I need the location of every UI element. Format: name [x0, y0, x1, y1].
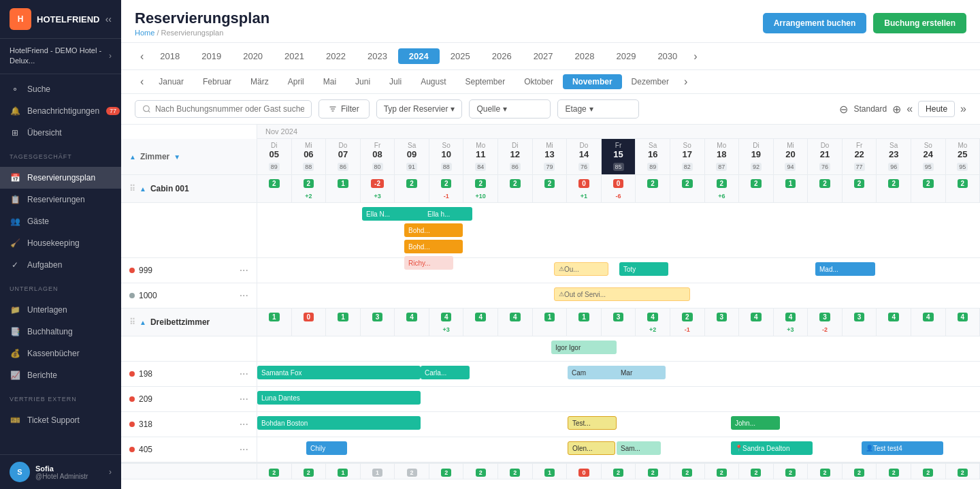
- sidebar-item-unterlagen[interactable]: 📁 Unterlagen: [0, 299, 121, 321]
- room-label-198: 198 ···: [121, 362, 257, 386]
- month-september[interactable]: September: [455, 74, 514, 89]
- booking-bar-olen[interactable]: Olen...: [568, 441, 615, 455]
- year-2018[interactable]: 2018: [149, 48, 191, 64]
- booking-bar-carla[interactable]: Carla...: [421, 366, 470, 379]
- room-more-209[interactable]: ···: [240, 393, 248, 405]
- booking-bar-sam2[interactable]: Sam...: [617, 441, 661, 455]
- room-more-318[interactable]: ···: [240, 418, 248, 430]
- room-more-198[interactable]: ···: [240, 368, 248, 380]
- room-more-999[interactable]: ···: [240, 264, 248, 277]
- room-more-405[interactable]: ···: [240, 443, 248, 456]
- today-button[interactable]: Heute: [918, 101, 955, 117]
- booking-bar-john[interactable]: John...: [731, 416, 780, 430]
- year-2022[interactable]: 2022: [315, 48, 357, 64]
- booking-bar-out999[interactable]: ⚠ Ou...: [554, 262, 608, 276]
- booking-bar-sandra[interactable]: 📍 Sandra Dealton: [731, 441, 813, 455]
- month-oktober[interactable]: Oktober: [514, 74, 563, 89]
- year-prev-arrow[interactable]: ‹: [135, 50, 149, 63]
- year-2026[interactable]: 2026: [481, 48, 523, 64]
- year-next-arrow[interactable]: ›: [688, 50, 702, 63]
- section-label-cabin001[interactable]: ⠿ ▲ Cabin 001: [121, 175, 257, 202]
- year-2028[interactable]: 2028: [564, 48, 606, 64]
- room-more-1000[interactable]: ···: [240, 289, 248, 302]
- booking-bar-ella-n2[interactable]: Ella h...: [423, 207, 472, 221]
- cabin001-cell-24: 2: [911, 175, 946, 202]
- month-mai[interactable]: Mai: [314, 74, 346, 89]
- booking-bar-richy[interactable]: Richy...: [404, 256, 453, 270]
- sidebar-item-kassenbücher[interactable]: 💰 Kassenbücher: [0, 343, 121, 364]
- nav-prev-button[interactable]: «: [906, 103, 913, 115]
- sidebar-item-suche[interactable]: ⚬ Suche: [0, 78, 121, 100]
- main-content: Reservierungsplan Home / Reservierungspl…: [121, 0, 980, 489]
- booking-bar-chily[interactable]: Chily: [306, 441, 347, 455]
- year-2021[interactable]: 2021: [274, 48, 315, 64]
- booking-bar-toty[interactable]: Toty: [619, 262, 668, 276]
- filter-button[interactable]: Filter: [318, 99, 370, 119]
- year-2029[interactable]: 2029: [605, 48, 647, 64]
- year-2023[interactable]: 2023: [357, 48, 398, 64]
- sidebar-item-reservierungsplan[interactable]: 📅 Reservierungsplan: [0, 167, 121, 189]
- month-april[interactable]: April: [278, 74, 314, 89]
- sidebar-collapse-button[interactable]: ‹‹: [105, 14, 112, 25]
- sidebar-item-aufgaben[interactable]: ✓ Aufgaben: [0, 254, 121, 276]
- cabin001-expand-icon[interactable]: ▲: [140, 185, 146, 193]
- search-box[interactable]: [135, 100, 312, 118]
- month-juni[interactable]: Juni: [346, 74, 380, 89]
- year-2024[interactable]: 2024: [398, 48, 440, 64]
- booking-bar-samanta[interactable]: Samanta Fox: [257, 366, 421, 379]
- month-prev-arrow[interactable]: ‹: [135, 76, 149, 88]
- booking-bar-bohd1[interactable]: Bohd...: [404, 223, 463, 237]
- month-august[interactable]: August: [411, 74, 455, 89]
- sidebar-item-reservierungen[interactable]: 📋 Reservierungen: [0, 189, 121, 210]
- sidebar-item-ubersicht[interactable]: ⊞ Übersicht: [0, 122, 121, 144]
- dreibett-cell-05: 1: [257, 309, 292, 336]
- booking-bar-ella-n[interactable]: Ella N...: [362, 207, 427, 221]
- user-expand-icon[interactable]: ›: [109, 467, 112, 477]
- booking-bar-test4[interactable]: 👤 Test test4: [862, 441, 943, 455]
- booking-bar-luna[interactable]: Luna Dantes: [257, 391, 421, 405]
- sort-down-icon: ▼: [174, 153, 180, 161]
- month-dezember[interactable]: Dezember: [622, 74, 679, 89]
- year-2030[interactable]: 2030: [647, 48, 688, 64]
- booking-bar-cam[interactable]: Cam: [568, 366, 622, 379]
- reservation-type-select[interactable]: Typ der Reservier ▾: [376, 99, 463, 119]
- zoom-out-button[interactable]: ⊖: [839, 103, 848, 116]
- booking-bar-bohdan[interactable]: Bohdan Boston: [257, 416, 421, 430]
- sidebar-item-buchhaltung[interactable]: 📑 Buchhaltung: [0, 321, 121, 343]
- nav-next-button[interactable]: »: [960, 103, 966, 115]
- sidebar-item-housekeeping[interactable]: 🧹 Housekeeping: [0, 232, 121, 254]
- vertrieb-nav: 🎫 Ticket Support: [0, 405, 121, 435]
- year-2020[interactable]: 2020: [232, 48, 274, 64]
- month-februar[interactable]: Februar: [193, 74, 241, 89]
- source-select[interactable]: Quelle ▾: [469, 99, 551, 119]
- hotel-info[interactable]: HotelFriend - DEMO Hotel - Delux... ›: [0, 39, 121, 74]
- booking-bar-out1000[interactable]: ⚠ Out of Servi...: [554, 287, 690, 301]
- booking-bar-made[interactable]: Mad...: [815, 262, 875, 276]
- buchung-erstellen-button[interactable]: Buchung erstellen: [873, 13, 966, 33]
- sidebar-item-benachrichtigungen[interactable]: 🔔 Benachrichtigungen 77: [0, 100, 121, 122]
- zoom-in-button[interactable]: ⊕: [892, 103, 901, 116]
- floor-select[interactable]: Etage ▾: [557, 99, 639, 119]
- month-november[interactable]: November: [563, 74, 622, 89]
- month-next-arrow[interactable]: ›: [679, 76, 693, 88]
- sidebar-item-gaste[interactable]: 👥 Gäste: [0, 210, 121, 232]
- breadcrumb-home[interactable]: Home: [135, 29, 154, 37]
- booking-bar-bohd2[interactable]: Bohd...: [404, 240, 463, 253]
- search-input[interactable]: [155, 104, 304, 114]
- overview-icon: ⊞: [10, 127, 20, 138]
- month-januar[interactable]: Januar: [149, 74, 193, 89]
- month-juli[interactable]: Juli: [380, 74, 411, 89]
- year-2019[interactable]: 2019: [191, 48, 232, 64]
- year-2025[interactable]: 2025: [440, 48, 481, 64]
- sidebar-item-ticket-support[interactable]: 🎫 Ticket Support: [0, 409, 121, 431]
- section-label-dreibett[interactable]: ⠿ ▲ Dreibettzimmer: [121, 309, 257, 336]
- month-marz[interactable]: März: [241, 74, 278, 89]
- dreibett-expand-icon[interactable]: ▲: [140, 319, 146, 326]
- booking-bar-igor[interactable]: Igor Igor: [551, 341, 617, 354]
- day-col-08: Fr0880: [361, 139, 395, 174]
- booking-bar-test1[interactable]: Test...: [568, 416, 617, 430]
- sidebar-item-berichte[interactable]: 📈 Berichte: [0, 364, 121, 386]
- year-2027[interactable]: 2027: [523, 48, 564, 64]
- arrangement-buchen-button[interactable]: Arrangement buchen: [763, 13, 867, 33]
- booking-bar-mar[interactable]: Mar: [617, 366, 666, 379]
